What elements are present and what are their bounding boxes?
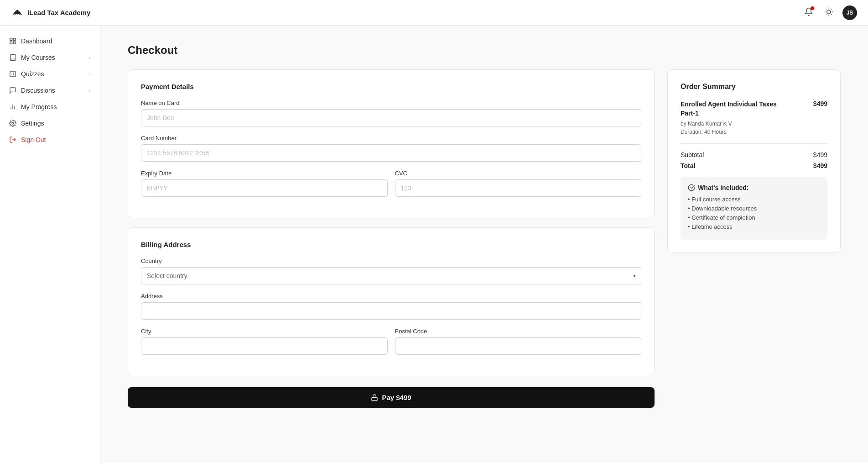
sidebar-item-my-progress[interactable]: My Progress [0,99,100,115]
chevron-icon: › [89,55,91,60]
sidebar: Dashboard My Courses › Quizzes › [0,26,100,463]
check-circle-icon [688,184,695,191]
name-on-card-input[interactable] [141,109,641,126]
svg-line-7 [826,14,826,15]
chevron-icon: › [89,71,91,77]
order-item-price: $499 [813,100,827,107]
name-on-card-group: Name on Card [141,100,641,126]
list-item: Downloadable resources [688,205,820,212]
sidebar-label-quizzes: Quizzes [21,70,44,78]
progress-icon [9,103,16,110]
card-number-label: Card Number [141,135,641,142]
svg-rect-9 [10,38,12,41]
theme-toggle-button[interactable] [822,5,835,20]
payment-details-title: Payment Details [141,83,641,90]
order-summary-card: Order Summary Enrolled Agent Individual … [667,69,841,253]
name-on-card-label: Name on Card [141,100,641,106]
expiry-cvc-row: Expiry Date CVC [141,170,641,205]
svg-rect-19 [372,397,377,400]
svg-line-3 [826,9,826,10]
total-value: $499 [813,162,827,169]
order-item-author: by Nanda Kumar K V [681,120,781,128]
divider [681,143,827,144]
whats-included-list: Full course access Downloadable resource… [688,196,820,230]
subtotal-row: Subtotal $499 [681,151,827,158]
total-row: Total $499 [681,162,827,169]
address-label: Address [141,293,641,300]
svg-rect-12 [13,42,16,44]
sidebar-label-my-progress: My Progress [21,103,57,110]
cvc-input[interactable] [395,179,642,197]
app-name: iLead Tax Academy [27,9,90,16]
logo-icon [11,6,24,19]
whats-included-title: What's included: [688,184,820,191]
sidebar-label-settings: Settings [21,120,44,127]
list-item: Certificate of completion [688,214,820,221]
city-group: City [141,328,388,355]
address-group: Address [141,293,641,320]
svg-line-8 [831,9,832,10]
forms-column: Payment Details Name on Card Card Number… [128,69,655,408]
list-item: Lifetime access [688,223,820,230]
postal-code-group: Postal Code [395,328,642,355]
pay-button[interactable]: Pay $499 [128,387,655,408]
expiry-date-group: Expiry Date [141,170,388,197]
sidebar-item-dashboard[interactable]: Dashboard [0,33,100,49]
billing-address-title: Billing Address [141,241,641,248]
subtotal-value: $499 [813,151,827,158]
expiry-date-input[interactable] [141,179,388,197]
svg-point-0 [827,10,831,14]
cvc-group: CVC [395,170,642,197]
lock-icon [371,394,378,401]
city-postal-row: City Postal Code [141,328,641,363]
sidebar-item-my-courses[interactable]: My Courses › [0,49,100,66]
topnav: iLead Tax Academy JS [0,0,868,26]
card-number-input[interactable] [141,144,641,162]
city-label: City [141,328,388,335]
logo: iLead Tax Academy [11,6,90,19]
quiz-icon [9,70,16,78]
order-item-name: Enrolled Agent Individual Taxes Part-1 [681,100,781,118]
billing-address-card: Billing Address Country Select country U… [128,227,655,376]
total-label: Total [681,162,695,169]
sidebar-item-signout[interactable]: Sign Out [0,132,100,148]
svg-rect-13 [10,71,16,77]
notification-button[interactable] [802,5,815,20]
sidebar-label-my-courses: My Courses [21,54,55,61]
country-select[interactable]: Select country United States Canada Unit… [141,267,641,284]
svg-rect-11 [10,42,12,44]
order-item: Enrolled Agent Individual Taxes Part-1 b… [681,100,827,136]
expiry-date-label: Expiry Date [141,170,388,177]
sidebar-item-settings[interactable]: Settings [0,115,100,132]
sidebar-item-quizzes[interactable]: Quizzes › [0,66,100,82]
svg-line-4 [831,14,832,15]
postal-code-label: Postal Code [395,328,642,335]
subtotal-label: Subtotal [681,151,704,158]
postal-code-input[interactable] [395,337,642,355]
cvc-label: CVC [395,170,642,177]
country-select-wrapper: Select country United States Canada Unit… [141,267,641,284]
whats-included-box: What's included: Full course access Down… [681,177,827,240]
avatar[interactable]: JS [842,5,857,20]
order-item-details: Enrolled Agent Individual Taxes Part-1 b… [681,100,781,136]
svg-rect-10 [13,38,16,41]
sidebar-label-discussions: Discussions [21,87,55,94]
country-group: Country Select country United States Can… [141,258,641,284]
city-input[interactable] [141,337,388,355]
main-content: Checkout Payment Details Name on Card Ca… [100,26,868,463]
content-grid: Payment Details Name on Card Card Number… [128,69,841,408]
list-item: Full course access [688,196,820,203]
discussions-icon [9,87,16,94]
address-input[interactable] [141,302,641,320]
chevron-icon: › [89,88,91,93]
order-summary-title: Order Summary [681,83,827,91]
notification-dot [811,6,814,10]
topnav-right: JS [802,5,857,20]
country-label: Country [141,258,641,264]
sidebar-label-dashboard: Dashboard [21,37,52,45]
book-icon [9,54,16,61]
sun-icon [824,7,833,16]
order-item-duration: Duration: 40 Hours [681,128,781,136]
sidebar-item-discussions[interactable]: Discussions › [0,82,100,99]
card-number-group: Card Number [141,135,641,162]
